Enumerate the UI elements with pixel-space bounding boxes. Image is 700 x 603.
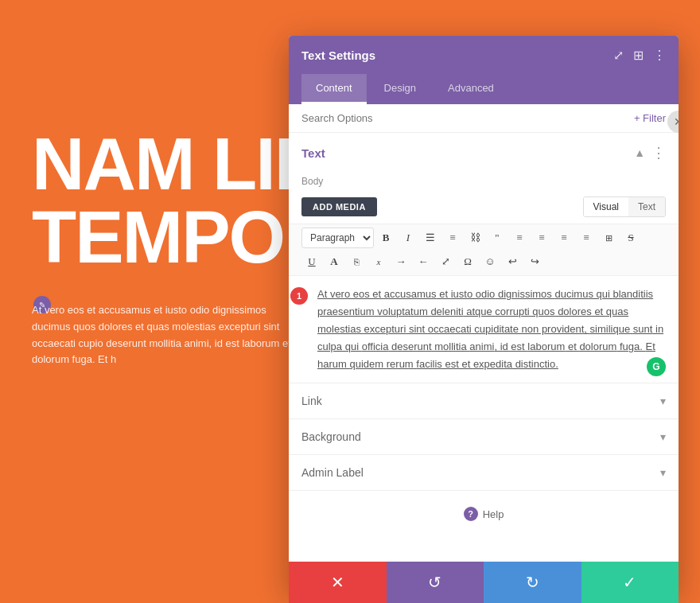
text-section: Text ▲ ⋮ Body ADD MEDIA Visual Text [289, 133, 679, 383]
indent-button[interactable]: → [391, 251, 411, 272]
blockquote-button[interactable]: " [487, 228, 508, 248]
text-section-header[interactable]: Text ▲ ⋮ [289, 133, 679, 173]
page-body-text: At vero eos et accusamus et iusto odio d… [32, 302, 294, 368]
color-button[interactable]: A [324, 251, 344, 272]
cancel-button[interactable]: ✕ [289, 562, 387, 603]
format-row-2: U A ⎘ x → ← ⤢ Ω ☺ ↩ ↪ [301, 251, 666, 272]
editor-content-area: 1 At vero eos et accusamus et iusto odio… [289, 276, 679, 383]
strikethrough-button[interactable]: S [620, 228, 641, 248]
admin-label-section-title: Admin Label [301, 466, 364, 479]
section-controls: ▲ ⋮ [634, 144, 666, 161]
italic-button[interactable]: I [398, 228, 418, 248]
ol-button[interactable]: ≡ [442, 228, 463, 248]
copy-button[interactable]: ⎘ [346, 251, 367, 272]
special-chars-button[interactable]: Ω [457, 251, 478, 272]
outdent-button[interactable]: ← [413, 251, 434, 272]
section-collapse-icon[interactable]: ▲ [634, 146, 645, 159]
link-chevron-icon: ▾ [660, 395, 666, 407]
ul-button[interactable]: ☰ [420, 228, 441, 248]
align-center-button[interactable]: ≡ [531, 228, 552, 248]
panel-body: Text ▲ ⋮ Body ADD MEDIA Visual Text [289, 133, 679, 593]
body-label: Body [289, 173, 679, 193]
admin-label-chevron-icon: ▾ [660, 466, 666, 479]
link-section-title: Link [301, 395, 322, 407]
background-section-title: Background [301, 430, 361, 443]
align-left-button[interactable]: ≡ [509, 228, 530, 248]
redo-button[interactable]: ↪ [524, 251, 545, 272]
link-section[interactable]: Link ▾ [289, 383, 679, 419]
background-chevron-icon: ▾ [660, 430, 666, 443]
align-right-button[interactable]: ≡ [554, 228, 574, 248]
format-row-1: Paragraph B I ☰ ≡ ⛓ " ≡ ≡ ≡ ≡ ⊞ S [301, 228, 666, 248]
panel-tabs: Content Design Advanced [289, 74, 679, 104]
visual-toggle-button[interactable]: Visual [584, 197, 628, 216]
add-media-button[interactable]: ADD MEDIA [301, 197, 377, 216]
redo-action-button[interactable]: ↻ [484, 562, 581, 603]
bold-button[interactable]: B [375, 228, 396, 248]
tab-content[interactable]: Content [301, 74, 367, 104]
tab-design[interactable]: Design [370, 74, 430, 104]
editor-toolbar: ADD MEDIA Visual Text [289, 193, 679, 224]
save-button[interactable]: ✓ [581, 562, 679, 603]
tab-advanced[interactable]: Advanced [434, 74, 508, 104]
undo-button[interactable]: ↩ [502, 251, 523, 272]
search-input[interactable] [301, 112, 461, 124]
columns-icon[interactable]: ⊞ [633, 48, 644, 63]
search-bar: + Filter [289, 104, 679, 133]
settings-panel: ✕ Text Settings ⤢ ⊞ ⋮ Content Design Adv… [289, 36, 679, 593]
panel-header-icons: ⤢ ⊞ ⋮ [613, 48, 666, 63]
panel-title: Text Settings [301, 49, 375, 62]
fullscreen-editor-button[interactable]: ⤢ [435, 251, 456, 272]
paragraph-select[interactable]: Paragraph [301, 228, 374, 248]
panel-header: Text Settings ⤢ ⊞ ⋮ [289, 36, 679, 74]
action-bar: ✕ ↺ ↻ ✓ [289, 562, 679, 603]
link-button[interactable]: ⛓ [465, 228, 485, 248]
align-justify-button[interactable]: ≡ [576, 228, 597, 248]
background-section[interactable]: Background ▾ [289, 419, 679, 455]
admin-label-section[interactable]: Admin Label ▾ [289, 455, 679, 491]
editor-text[interactable]: At vero eos et accusamus et iusto odio d… [301, 286, 666, 373]
undo-action-button[interactable]: ↺ [387, 562, 484, 603]
format-bar: Paragraph B I ☰ ≡ ⛓ " ≡ ≡ ≡ ≡ ⊞ S U [289, 224, 679, 276]
visual-text-toggle: Visual Text [583, 196, 666, 217]
emoji-button[interactable]: ☺ [480, 251, 500, 272]
table-button[interactable]: ⊞ [598, 228, 619, 248]
text-toggle-button[interactable]: Text [628, 197, 665, 216]
filter-button[interactable]: + Filter [634, 112, 666, 124]
step-badge: 1 [290, 287, 308, 305]
help-label[interactable]: Help [483, 508, 504, 520]
underline-button[interactable]: U [301, 251, 322, 272]
help-icon: ? [464, 507, 478, 521]
grammarly-icon[interactable]: G [647, 357, 666, 376]
help-area: ? Help [289, 491, 679, 537]
superscript-button[interactable]: x [368, 251, 389, 272]
text-section-title: Text [301, 146, 325, 160]
section-more-icon[interactable]: ⋮ [651, 144, 666, 161]
fullscreen-icon[interactable]: ⤢ [613, 48, 624, 63]
more-icon[interactable]: ⋮ [653, 48, 666, 63]
